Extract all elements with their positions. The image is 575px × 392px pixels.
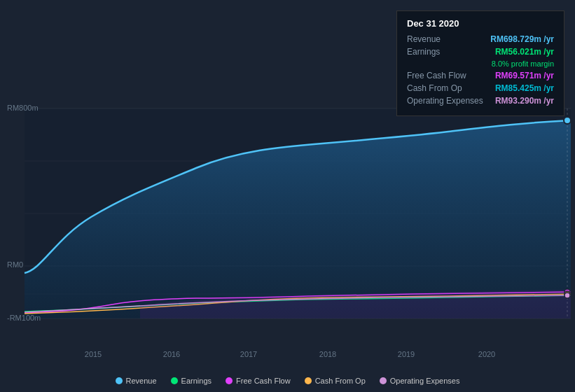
tooltip-box: Dec 31 2020 Revenue RM698.729m /yr Earni… <box>396 10 564 116</box>
y-label-top: RM800m <box>7 104 39 112</box>
legend-opex[interactable]: Operating Expenses <box>380 377 460 385</box>
svg-point-12 <box>564 293 570 298</box>
y-label-bot: -RM100m <box>7 314 41 322</box>
legend-revenue[interactable]: Revenue <box>116 377 157 385</box>
tooltip-value-revenue: RM698.729m /yr <box>490 34 554 44</box>
x-label-2018: 2018 <box>319 350 336 358</box>
tooltip-value-opex: RM93.290m /yr <box>495 96 554 106</box>
tooltip-value-fcf: RM69.571m /yr <box>495 71 554 80</box>
tooltip-profit-margin: 8.0% profit margin <box>407 59 554 68</box>
legend-label-revenue: Revenue <box>126 377 157 385</box>
tooltip-date: Dec 31 2020 <box>407 18 554 29</box>
tooltip-row-revenue: Revenue RM698.729m /yr <box>407 34 554 44</box>
legend-label-fcf: Free Cash Flow <box>236 377 291 385</box>
x-label-2016: 2016 <box>163 350 180 358</box>
tooltip-label-opex: Operating Expenses <box>407 96 484 106</box>
legend-label-earnings: Earnings <box>181 377 212 385</box>
legend-dot-cashop <box>305 377 312 384</box>
tooltip-row-fcf: Free Cash Flow RM69.571m /yr <box>407 71 554 80</box>
tooltip-value-earnings: RM56.021m /yr <box>495 47 554 57</box>
legend-dot-revenue <box>116 377 123 384</box>
tooltip-label-cashop: Cash From Op <box>407 83 484 93</box>
tooltip-value-cashop: RM85.425m /yr <box>495 83 554 93</box>
chart-legend: Revenue Earnings Free Cash Flow Cash Fro… <box>0 377 575 385</box>
x-label-2019: 2019 <box>398 350 415 358</box>
tooltip-label-fcf: Free Cash Flow <box>407 71 484 80</box>
tooltip-row-opex: Operating Expenses RM93.290m /yr <box>407 96 554 106</box>
tooltip-label-revenue: Revenue <box>407 34 484 44</box>
legend-cashop[interactable]: Cash From Op <box>305 377 366 385</box>
chart-container: RM800m RM0 -RM100m 2015 2016 2017 2018 2… <box>0 0 575 392</box>
legend-dot-earnings <box>171 377 178 384</box>
x-label-2017: 2017 <box>240 350 257 358</box>
legend-dot-opex <box>380 377 387 384</box>
tooltip-row-earnings: Earnings RM56.021m /yr <box>407 47 554 57</box>
y-label-mid: RM0 <box>7 260 23 269</box>
legend-dot-fcf <box>226 377 233 384</box>
x-label-2015: 2015 <box>85 350 102 358</box>
legend-fcf[interactable]: Free Cash Flow <box>226 377 291 385</box>
x-label-2020: 2020 <box>478 350 495 358</box>
legend-earnings[interactable]: Earnings <box>171 377 212 385</box>
legend-label-cashop: Cash From Op <box>315 377 366 385</box>
tooltip-row-cashop: Cash From Op RM85.425m /yr <box>407 83 554 93</box>
legend-label-opex: Operating Expenses <box>390 377 460 385</box>
tooltip-label-earnings: Earnings <box>407 47 484 57</box>
svg-point-9 <box>564 117 571 124</box>
